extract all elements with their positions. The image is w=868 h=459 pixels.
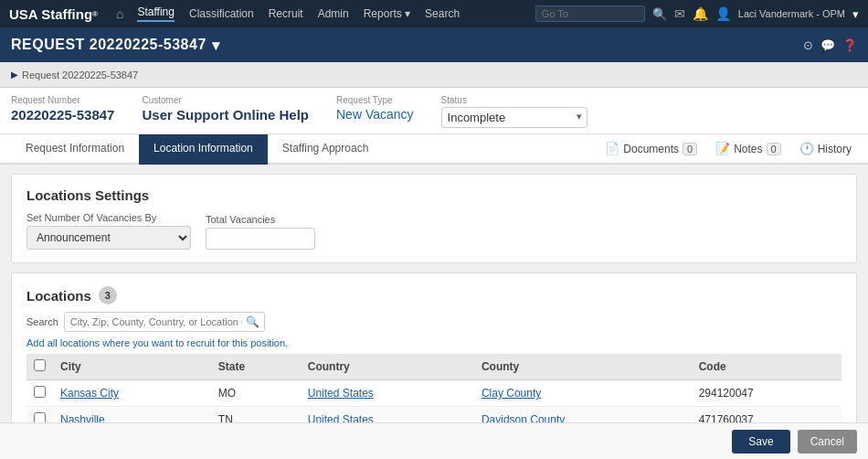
brand-name: USA Staffing <box>9 6 92 22</box>
nav-recruit[interactable]: Recruit <box>269 7 303 20</box>
row-code: 294120047 <box>692 380 842 407</box>
notes-count: 0 <box>767 143 781 155</box>
search-label: Search <box>26 316 58 327</box>
search-nav-icon[interactable]: 🔍 <box>652 7 667 21</box>
mail-icon[interactable]: ✉ <box>674 6 685 21</box>
nav-links: Staffing Classification Recruit Admin Re… <box>137 5 535 22</box>
bell-icon[interactable]: 🔔 <box>693 6 708 21</box>
row-checkbox-cell[interactable] <box>26 380 53 407</box>
brand-logo: USA Staffing® <box>9 6 98 22</box>
locations-search-row: Search 🔍 <box>26 312 842 332</box>
request-title-chevron-icon[interactable]: ▾ <box>212 37 220 54</box>
request-bar-icons: ⊙ 💬 ❓ <box>803 38 857 52</box>
row-checkbox[interactable] <box>34 386 46 398</box>
locations-hint: Add all locations where you want to recr… <box>26 337 842 348</box>
locations-title: Locations 3 <box>26 286 842 304</box>
tab-staffing-approach[interactable]: Staffing Approach <box>268 134 384 165</box>
select-all-checkbox[interactable] <box>34 359 46 371</box>
notes-label: Notes <box>734 143 762 155</box>
bottom-bar: Save Cancel <box>0 422 868 459</box>
request-type-label: Request Type <box>336 95 414 105</box>
goto-input[interactable] <box>535 5 645 22</box>
nav-staffing[interactable]: Staffing <box>137 5 174 22</box>
documents-icon: 📄 <box>605 142 619 155</box>
locations-settings-form: Set Number Of Vacancies By AnnouncementL… <box>26 212 842 250</box>
user-icon: 👤 <box>715 6 731 21</box>
request-icon-2[interactable]: 💬 <box>820 38 835 52</box>
th-checkbox <box>26 354 53 380</box>
row-country[interactable]: United States <box>301 380 474 407</box>
home-icon[interactable]: ⌂ <box>116 6 123 21</box>
reports-chevron-icon: ▾ <box>405 7 410 20</box>
documents-label: Documents <box>623 143 679 155</box>
th-country: Country <box>301 354 474 380</box>
request-icon-3[interactable]: ❓ <box>842 38 857 52</box>
request-bar: REQUEST 20220225-53847 ▾ ⊙ 💬 ❓ <box>0 27 868 62</box>
history-icon: 🕐 <box>799 142 814 155</box>
status-label: Status <box>441 95 587 105</box>
customer-value: User Support Online Help <box>142 107 309 123</box>
breadcrumb-text: Request 20220225-53847 <box>22 69 138 80</box>
th-code: Code <box>692 354 842 380</box>
request-type-field: Request Type New Vacancy <box>336 95 414 122</box>
table-header-row: City State Country County Code <box>26 354 842 380</box>
cancel-button[interactable]: Cancel <box>798 430 857 454</box>
status-field: Status IncompleteCompleteCancelled <box>441 95 587 128</box>
breadcrumb-item: ▶ Request 20220225-53847 <box>11 69 138 80</box>
vacancies-by-field: Set Number Of Vacancies By AnnouncementL… <box>26 212 191 250</box>
locations-count: 3 <box>99 286 117 304</box>
row-state: MO <box>211 380 301 407</box>
request-type-value: New Vacancy <box>336 107 414 122</box>
breadcrumb: ▶ Request 20220225-53847 <box>0 62 868 88</box>
documents-action[interactable]: 📄 Documents 0 <box>599 138 703 159</box>
request-number-label: Request Number <box>11 95 114 105</box>
total-vacancies-input[interactable]: 3 <box>206 228 315 250</box>
request-title: REQUEST 20220225-53847 ▾ <box>11 37 219 54</box>
request-number-field: Request Number 20220225-53847 <box>11 95 114 123</box>
nav-reports[interactable]: Reports ▾ <box>364 7 410 20</box>
vacancies-by-select[interactable]: AnnouncementLocation <box>26 226 191 250</box>
request-icon-1[interactable]: ⊙ <box>803 38 813 52</box>
tabs-left: Request Information Location Information… <box>11 134 383 163</box>
th-state: State <box>211 354 301 380</box>
main-content: Locations Settings Set Number Of Vacanci… <box>0 165 868 454</box>
location-search-input[interactable] <box>64 312 265 332</box>
tab-location-information[interactable]: Location Information <box>139 134 268 165</box>
th-city: City <box>53 354 211 380</box>
total-vacancies-label: Total Vacancies <box>206 214 315 225</box>
status-wrapper: IncompleteCompleteCancelled <box>441 107 587 128</box>
history-action[interactable]: 🕐 History <box>794 138 857 159</box>
customer-label: Customer <box>142 95 309 105</box>
tabs-right: 📄 Documents 0 📝 Notes 0 🕐 History <box>599 138 857 159</box>
vacancies-by-label: Set Number Of Vacancies By <box>26 212 191 223</box>
breadcrumb-icon: ▶ <box>11 69 18 80</box>
save-button[interactable]: Save <box>732 430 789 454</box>
request-info-bar: Request Number 20220225-53847 Customer U… <box>0 88 868 134</box>
search-wrapper: 🔍 <box>64 312 265 332</box>
user-dropdown-icon[interactable]: ▾ <box>852 7 859 21</box>
table-row: Kansas City MO United States Clay County… <box>26 380 842 407</box>
total-vacancies-field: Total Vacancies 3 <box>206 214 315 250</box>
customer-field: Customer User Support Online Help <box>142 95 309 123</box>
row-city[interactable]: Kansas City <box>53 380 211 407</box>
top-navigation: USA Staffing® ⌂ Staffing Classification … <box>0 0 868 27</box>
documents-count: 0 <box>683 143 697 155</box>
tab-request-information[interactable]: Request Information <box>11 134 139 165</box>
notes-action[interactable]: 📝 Notes 0 <box>710 138 786 159</box>
locations-title-text: Locations <box>26 288 91 304</box>
tabs-bar: Request Information Location Information… <box>0 134 868 165</box>
nav-admin[interactable]: Admin <box>318 7 349 20</box>
nav-right: 🔍 ✉ 🔔 👤 Laci Vandermark - OPM ▾ <box>535 5 859 22</box>
request-number-value: 20220225-53847 <box>11 107 114 123</box>
history-label: History <box>818 143 852 155</box>
row-county[interactable]: Clay County <box>474 380 692 407</box>
notes-icon: 📝 <box>715 142 730 155</box>
th-county: County <box>474 354 692 380</box>
location-search-icon: 🔍 <box>246 315 259 328</box>
nav-classification[interactable]: Classification <box>189 7 254 20</box>
nav-search[interactable]: Search <box>425 7 460 20</box>
user-name: Laci Vandermark - OPM <box>738 8 845 19</box>
locations-settings-title: Locations Settings <box>26 187 842 203</box>
status-select[interactable]: IncompleteCompleteCancelled <box>441 107 587 128</box>
locations-settings-card: Locations Settings Set Number Of Vacanci… <box>11 174 857 263</box>
